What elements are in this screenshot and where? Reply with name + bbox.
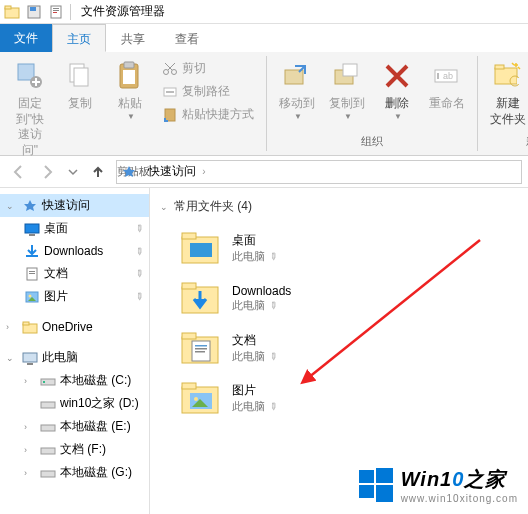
sidebar-item-label: 本地磁盘 (C:) xyxy=(60,372,131,389)
folder-item-documents[interactable]: 文档 此电脑✎ xyxy=(160,323,518,373)
svg-rect-48 xyxy=(41,425,55,431)
svg-rect-52 xyxy=(182,233,196,239)
sidebar-item-drive-d[interactable]: win10之家 (D:) xyxy=(0,392,149,415)
new-folder-button[interactable]: 新建 文件夹 xyxy=(484,56,528,132)
folder-sublabel: 此电脑 xyxy=(232,249,265,264)
move-to-button[interactable]: 移动到 ▼ xyxy=(273,56,321,132)
pin-icon xyxy=(14,60,46,92)
svg-rect-27 xyxy=(495,65,504,69)
chevron-right-icon: › xyxy=(24,468,36,478)
pin-icon: ✎ xyxy=(132,244,145,257)
svg-rect-5 xyxy=(53,8,59,9)
forward-button[interactable] xyxy=(36,160,60,184)
up-button[interactable] xyxy=(86,160,110,184)
cut-button[interactable]: 剪切 xyxy=(158,58,258,79)
properties-icon[interactable] xyxy=(48,4,64,20)
copy-to-button[interactable]: 复制到 ▼ xyxy=(323,56,371,132)
svg-rect-7 xyxy=(53,12,57,13)
folder-icon xyxy=(4,4,20,20)
sidebar-item-this-pc[interactable]: ⌄ 此电脑 xyxy=(0,346,149,369)
pin-icon: ✎ xyxy=(266,350,279,363)
folder-item-desktop[interactable]: 桌面 此电脑✎ xyxy=(160,223,518,273)
svg-rect-19 xyxy=(165,109,175,121)
sidebar-item-label: 此电脑 xyxy=(42,349,78,366)
drive-icon xyxy=(40,419,56,435)
sidebar-item-onedrive[interactable]: › OneDrive xyxy=(0,316,149,338)
group-clipboard: 固定到"快 速访问" 复制 粘贴 ▼ 剪切 复制路径 xyxy=(0,56,267,151)
svg-rect-43 xyxy=(23,353,37,362)
back-button[interactable] xyxy=(6,160,30,184)
copy-path-button[interactable]: 复制路径 xyxy=(158,81,258,102)
chevron-right-icon: › xyxy=(6,322,18,332)
sidebar-item-drive-g[interactable]: › 本地磁盘 (G:) xyxy=(0,461,149,484)
sidebar-item-label: win10之家 (D:) xyxy=(60,395,139,412)
svg-rect-22 xyxy=(343,64,357,76)
chevron-down-icon: ⌄ xyxy=(6,201,18,211)
star-icon xyxy=(22,198,38,214)
tab-share[interactable]: 共享 xyxy=(106,24,160,52)
pictures-icon xyxy=(24,289,40,305)
sidebar-item-quick-access[interactable]: ⌄ 快速访问 xyxy=(0,194,149,217)
content: ⌄ 快速访问 桌面 ✎ Downloads ✎ 文档 ✎ 图片 ✎ › O xyxy=(0,188,528,514)
documents-folder-icon xyxy=(180,329,222,367)
address-bar[interactable]: › 快速访问 › xyxy=(116,160,522,184)
breadcrumb-separator-icon: › xyxy=(139,166,142,177)
svg-rect-47 xyxy=(41,402,55,408)
tab-view[interactable]: 查看 xyxy=(160,24,214,52)
breadcrumb-item[interactable]: 快速访问 xyxy=(144,163,200,180)
paste-shortcut-label: 粘贴快捷方式 xyxy=(182,106,254,123)
svg-rect-63 xyxy=(182,383,196,389)
chevron-right-icon: › xyxy=(24,376,36,386)
rename-label: 重命名 xyxy=(429,96,465,112)
sidebar-item-drive-c[interactable]: › 本地磁盘 (C:) xyxy=(0,369,149,392)
delete-button[interactable]: 删除 ▼ xyxy=(373,56,421,132)
folder-label: 文档 xyxy=(232,332,277,349)
ribbon: 固定到"快 速访问" 复制 粘贴 ▼ 剪切 复制路径 xyxy=(0,52,528,156)
recent-locations-button[interactable] xyxy=(66,160,80,184)
sidebar-item-label: 文档 (F:) xyxy=(60,441,106,458)
pin-label: 固定到"快 速访问" xyxy=(10,96,50,158)
this-pc-icon xyxy=(22,350,38,366)
chevron-right-icon: › xyxy=(24,445,36,455)
save-icon[interactable] xyxy=(26,4,42,20)
sidebar-item-drive-e[interactable]: › 本地磁盘 (E:) xyxy=(0,415,149,438)
svg-rect-8 xyxy=(18,64,34,80)
svg-rect-57 xyxy=(182,333,196,339)
section-header[interactable]: ⌄ 常用文件夹 (4) xyxy=(160,194,518,223)
svg-rect-34 xyxy=(29,234,35,236)
svg-rect-53 xyxy=(190,243,212,257)
svg-rect-33 xyxy=(25,224,39,233)
paste-shortcut-icon xyxy=(162,107,178,123)
svg-rect-1 xyxy=(5,6,11,9)
rename-button[interactable]: ab 重命名 xyxy=(423,56,471,132)
sidebar-item-label: 文档 xyxy=(44,265,68,282)
folder-label: 桌面 xyxy=(232,232,277,249)
svg-rect-37 xyxy=(29,271,35,272)
group-new: 新建 文件夹 新建 轻松 新建 xyxy=(478,56,528,151)
tab-file[interactable]: 文件 xyxy=(0,24,52,52)
delete-label: 删除 xyxy=(385,96,409,112)
paste-shortcut-button[interactable]: 粘贴快捷方式 xyxy=(158,104,258,125)
rename-icon: ab xyxy=(431,60,463,92)
folder-item-pictures[interactable]: 图片 此电脑✎ xyxy=(160,373,518,423)
cut-label: 剪切 xyxy=(182,60,206,77)
folder-sublabel: 此电脑 xyxy=(232,298,265,313)
group-organize: 移动到 ▼ 复制到 ▼ 删除 ▼ ab 重命名 组织 xyxy=(267,56,478,151)
sidebar-item-desktop[interactable]: 桌面 ✎ xyxy=(0,217,149,240)
sidebar-item-drive-f[interactable]: › 文档 (F:) xyxy=(0,438,149,461)
paste-button[interactable]: 粘贴 ▼ xyxy=(106,56,154,162)
pin-to-quick-access-button[interactable]: 固定到"快 速访问" xyxy=(6,56,54,162)
sidebar-item-pictures[interactable]: 图片 ✎ xyxy=(0,285,149,308)
svg-text:ab: ab xyxy=(443,71,453,81)
svg-rect-50 xyxy=(41,471,55,477)
copy-button[interactable]: 复制 xyxy=(56,56,104,162)
downloads-folder-icon xyxy=(180,279,222,317)
scissors-icon xyxy=(162,61,178,77)
sidebar-item-downloads[interactable]: Downloads ✎ xyxy=(0,240,149,262)
folder-item-downloads[interactable]: Downloads 此电脑✎ xyxy=(160,273,518,323)
chevron-down-icon: ▼ xyxy=(294,112,302,122)
paste-label: 粘贴 xyxy=(118,96,142,112)
breadcrumb-separator-icon: › xyxy=(202,166,205,177)
tab-home[interactable]: 主页 xyxy=(52,24,106,52)
sidebar-item-documents[interactable]: 文档 ✎ xyxy=(0,262,149,285)
